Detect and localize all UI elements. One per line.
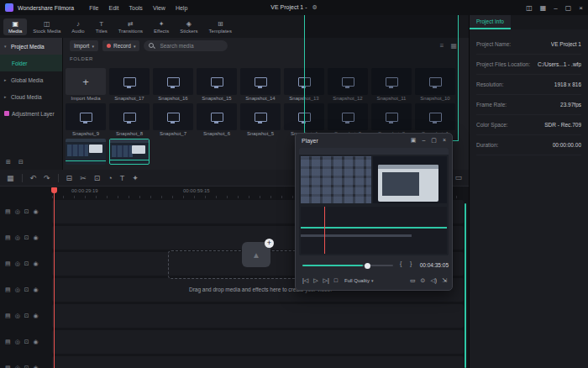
speed-icon[interactable]: ◔ [108, 174, 112, 182]
visibility-icon[interactable]: ◉ [34, 287, 39, 293]
media-item[interactable]: Snapshot_5 [240, 103, 281, 136]
tab-audio[interactable]: ♪ Audio [66, 18, 89, 35]
media-item[interactable]: Snapshot_9 [66, 103, 106, 136]
playhead-handle[interactable] [51, 187, 57, 193]
visibility-icon[interactable]: ◉ [34, 208, 39, 215]
render-preview-icon[interactable]: ▭ [454, 173, 462, 181]
sidebar-item-adjustment-layer[interactable]: Adjustment Layer [0, 105, 62, 122]
player-maximize-icon[interactable]: ▢ [431, 137, 437, 144]
seek-slider-thumb[interactable] [365, 263, 370, 269]
visibility-icon[interactable]: ◉ [34, 234, 39, 241]
lock-icon[interactable]: ⊡ [24, 339, 29, 345]
player-titlebar[interactable]: Player ▣ – ▢ × [296, 134, 452, 147]
media-item[interactable]: Snapshot_8 [109, 103, 150, 136]
playhead[interactable] [54, 187, 55, 368]
tab-effects[interactable]: ✦ Effects [149, 18, 174, 35]
delete-icon[interactable]: ⊟ [66, 174, 73, 182]
redo-icon[interactable]: ↷ [44, 174, 50, 182]
track-type-icon: ▤ [5, 208, 11, 215]
previous-frame-icon[interactable]: |◁ [302, 277, 308, 284]
seek-slider[interactable] [302, 265, 393, 266]
search-box[interactable] [144, 40, 228, 51]
visibility-icon[interactable]: ◉ [34, 365, 39, 368]
lock-icon[interactable]: ⊡ [24, 313, 29, 319]
project-settings-gear-icon[interactable]: ⚙ [312, 4, 317, 10]
next-frame-icon[interactable]: ▷| [323, 277, 329, 284]
menu-file[interactable]: File [89, 5, 98, 11]
media-item[interactable]: Snapshot_15 [197, 68, 237, 101]
lock-icon[interactable]: ⊡ [24, 365, 29, 368]
media-item[interactable]: Snapshot_17 [109, 68, 150, 101]
track-lane[interactable] [52, 330, 464, 354]
tab-titles[interactable]: T Titles [91, 18, 113, 35]
record-button[interactable]: Record ▾ [102, 40, 139, 51]
sidebar-item-project-media[interactable]: ▾ Project Media [0, 38, 62, 55]
import-button[interactable]: Import ▾ [70, 40, 98, 51]
effects-tool-icon[interactable]: ✦ [132, 174, 139, 182]
media-item[interactable]: Snapshot_16 [153, 68, 193, 101]
delete-folder-icon[interactable]: ⊟ [18, 159, 24, 166]
media-item-selected[interactable] [109, 139, 150, 165]
tab-stickers[interactable]: ◈ Stickers [175, 18, 202, 35]
mute-icon[interactable]: ◎ [15, 287, 20, 293]
mute-icon[interactable]: ◎ [15, 234, 20, 241]
visibility-icon[interactable]: ◉ [34, 260, 39, 267]
undo-icon[interactable]: ↶ [30, 174, 37, 182]
crop-icon[interactable]: ⊡ [94, 174, 101, 182]
player-minimize-icon[interactable]: – [422, 137, 425, 144]
sidebar-item-folder[interactable]: Folder [0, 55, 62, 71]
new-folder-icon[interactable]: ⊞ [6, 159, 11, 166]
player-close-icon[interactable]: × [443, 137, 446, 144]
tab-transitions[interactable]: ⇄ Transitions [113, 18, 148, 35]
volume-icon[interactable]: ◁) [430, 277, 437, 284]
lock-icon[interactable]: ⊡ [24, 208, 29, 215]
lock-icon[interactable]: ⊡ [24, 287, 29, 293]
media-item[interactable] [66, 139, 106, 165]
player-window[interactable]: Player ▣ – ▢ × { } 00:04:35: [295, 133, 453, 291]
track-lane[interactable] [52, 304, 464, 328]
lock-icon[interactable]: ⊡ [24, 260, 29, 267]
mute-icon[interactable]: ◎ [15, 365, 20, 368]
import-media-tile[interactable]: + Import Media [66, 68, 106, 101]
mute-icon[interactable]: ◎ [15, 208, 20, 215]
mark-out-icon[interactable]: } [410, 260, 412, 266]
text-tool-icon[interactable]: T [120, 174, 125, 182]
tab-project-info[interactable]: Project Info [470, 15, 511, 29]
tab-templates[interactable]: ⊞ Templates [204, 18, 237, 35]
mute-icon[interactable]: ◎ [15, 260, 20, 267]
media-item[interactable]: Snapshot_14 [240, 68, 281, 101]
minimize-button[interactable]: – [554, 4, 557, 12]
menu-help[interactable]: Help [176, 5, 187, 11]
menu-view[interactable]: View [153, 5, 165, 11]
stop-icon[interactable]: □ [334, 277, 338, 283]
fullscreen-icon[interactable]: ⇲ [442, 277, 447, 284]
visibility-icon[interactable]: ◉ [34, 313, 39, 319]
search-input[interactable] [158, 42, 225, 50]
quality-dropdown[interactable]: Full Quality ▾ [344, 278, 374, 283]
menu-edit[interactable]: Edit [108, 5, 118, 11]
play-icon[interactable]: ▷ [313, 277, 318, 284]
media-view-toggle-icon[interactable]: ▦ [7, 174, 14, 182]
workspace-icon[interactable]: ▦ [540, 4, 547, 12]
media-item[interactable]: Snapshot_7 [153, 103, 193, 136]
timeline-scrollbar[interactable] [465, 203, 466, 368]
tab-stock-media[interactable]: ◫ Stock Media [28, 18, 66, 35]
layout-icon[interactable]: ◫ [526, 4, 533, 12]
mute-icon[interactable]: ◎ [15, 339, 20, 345]
display-device-icon[interactable]: ▭ [410, 277, 416, 284]
sidebar-item-cloud-media[interactable]: ▸ Cloud Media [0, 88, 62, 105]
picture-in-picture-icon[interactable]: ▣ [411, 137, 417, 144]
maximize-button[interactable]: ▢ [565, 4, 572, 12]
media-item[interactable]: Snapshot_6 [197, 103, 237, 136]
close-button[interactable]: × [579, 4, 583, 12]
snapshot-icon[interactable]: ⊙ [421, 277, 426, 284]
visibility-icon[interactable]: ◉ [34, 339, 39, 345]
sidebar-item-global-media[interactable]: ▸ Global Media [0, 71, 62, 88]
mark-in-icon[interactable]: { [400, 260, 402, 266]
split-icon[interactable]: ✂ [80, 174, 87, 182]
menu-tools[interactable]: Tools [129, 5, 143, 11]
lock-icon[interactable]: ⊡ [24, 234, 29, 241]
mute-icon[interactable]: ◎ [15, 313, 20, 319]
tab-media[interactable]: ▣ Media [3, 18, 27, 35]
track-lane[interactable] [52, 356, 464, 368]
